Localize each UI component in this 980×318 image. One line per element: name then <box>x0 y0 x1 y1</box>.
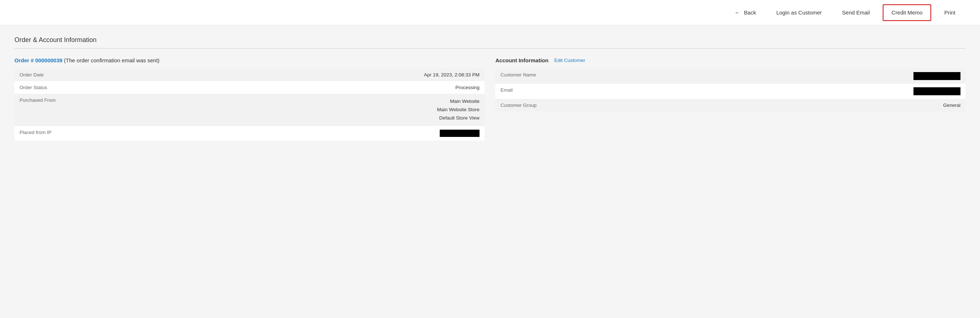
print-label: Print <box>944 10 955 16</box>
customer-group-label: Customer Group <box>495 99 568 112</box>
order-date-label: Order Date <box>14 69 87 81</box>
purchased-from-value: Main Website Main Website Store Default … <box>87 94 485 126</box>
account-info-table: Customer Name Email Customer Group Gen <box>495 69 966 112</box>
order-panel: Order # 000000039 (The order confirmatio… <box>14 57 485 141</box>
order-confirmation-note: (The order confirmation email was sent) <box>64 57 159 63</box>
table-row: Customer Name <box>495 69 966 84</box>
customer-name-label: Customer Name <box>495 69 568 84</box>
account-info-title: Account Information <box>495 57 549 63</box>
placed-from-ip-label: Placed from IP <box>14 126 87 141</box>
order-header: Order # 000000039 (The order confirmatio… <box>14 57 485 63</box>
back-label: Back <box>744 10 756 16</box>
toolbar: ← Back Login as Customer Send Email Cred… <box>0 0 980 26</box>
login-as-customer-label: Login as Customer <box>776 10 822 16</box>
print-button[interactable]: Print <box>934 0 966 25</box>
customer-group-value: General <box>568 99 966 112</box>
table-row: Customer Group General <box>495 99 966 112</box>
table-row: Order Status Processing <box>14 81 485 94</box>
order-status-value: Processing <box>87 81 485 94</box>
order-number[interactable]: Order # 000000039 <box>14 57 62 63</box>
credit-memo-button[interactable]: Credit Memo <box>883 4 931 21</box>
purchased-from-label: Purchased From <box>14 94 87 126</box>
send-email-button[interactable]: Send Email <box>832 0 880 25</box>
send-email-label: Send Email <box>842 10 870 16</box>
account-header: Account Information Edit Customer <box>495 57 966 63</box>
order-info-table: Order Date Apr 19, 2023, 2:08:33 PM Orde… <box>14 69 485 141</box>
purchase-from-lines: Main Website Main Website Store Default … <box>92 97 479 122</box>
placed-from-ip-value <box>87 126 485 141</box>
back-arrow-icon: ← <box>735 10 740 16</box>
table-row: Order Date Apr 19, 2023, 2:08:33 PM <box>14 69 485 81</box>
two-column-layout: Order # 000000039 (The order confirmatio… <box>14 57 966 141</box>
email-label: Email <box>495 84 568 99</box>
account-panel: Account Information Edit Customer Custom… <box>495 57 966 141</box>
table-row: Purchased From Main Website Main Website… <box>14 94 485 126</box>
table-row: Placed from IP <box>14 126 485 141</box>
section-divider <box>14 48 966 48</box>
ip-redacted-block <box>440 129 479 137</box>
login-as-customer-button[interactable]: Login as Customer <box>766 0 832 25</box>
edit-customer-link[interactable]: Edit Customer <box>554 58 585 63</box>
back-button[interactable]: ← Back <box>724 0 766 25</box>
customer-name-value <box>568 69 966 84</box>
table-row: Email <box>495 84 966 99</box>
section-title: Order & Account Information <box>14 36 966 44</box>
main-content: Order & Account Information Order # 0000… <box>0 26 980 152</box>
order-date-value: Apr 19, 2023, 2:08:33 PM <box>87 69 485 81</box>
order-status-label: Order Status <box>14 81 87 94</box>
customer-name-redacted-block <box>913 72 961 80</box>
credit-memo-label: Credit Memo <box>891 10 923 16</box>
email-redacted-block <box>913 87 961 95</box>
email-value <box>568 84 966 99</box>
